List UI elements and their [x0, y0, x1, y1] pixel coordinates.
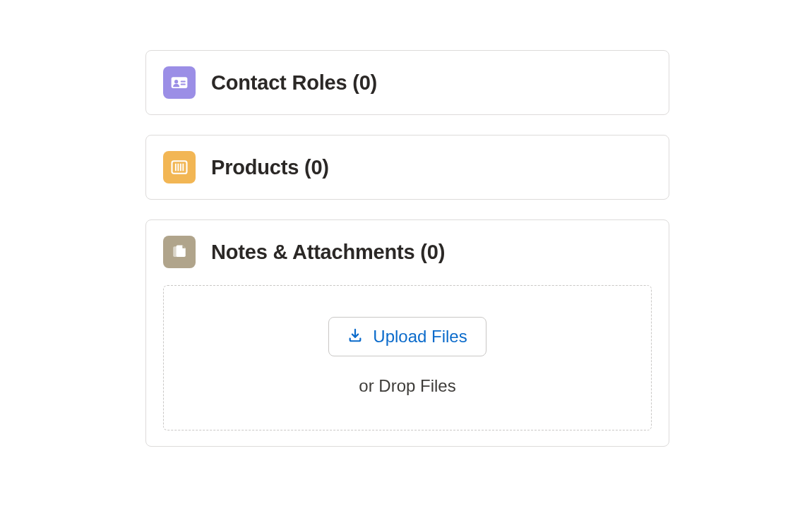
- svg-rect-2: [181, 80, 186, 82]
- barcode-icon: [163, 151, 196, 183]
- svg-rect-4: [172, 161, 187, 174]
- products-panel[interactable]: Products (0): [145, 135, 669, 200]
- notes-attachments-panel: Notes & Attachments (0) Upload Files or …: [145, 219, 669, 447]
- notes-attachments-header[interactable]: Notes & Attachments (0): [163, 236, 652, 268]
- svg-point-1: [174, 80, 178, 83]
- documents-icon: [163, 236, 196, 268]
- products-header: Products (0): [163, 151, 652, 183]
- contact-card-icon: [163, 66, 196, 99]
- contact-roles-panel[interactable]: Contact Roles (0): [145, 50, 669, 115]
- contact-roles-header: Contact Roles (0): [163, 66, 652, 99]
- svg-rect-6: [177, 164, 179, 171]
- svg-rect-3: [181, 83, 186, 85]
- related-lists: Contact Roles (0) Products (0): [145, 50, 669, 466]
- upload-files-button[interactable]: Upload Files: [328, 317, 486, 356]
- drop-files-label: or Drop Files: [359, 376, 455, 396]
- upload-files-label: Upload Files: [373, 328, 467, 345]
- svg-rect-5: [175, 164, 177, 171]
- svg-rect-8: [182, 164, 184, 171]
- contact-roles-title: Contact Roles (0): [211, 71, 377, 95]
- upload-icon: [347, 327, 363, 346]
- products-title: Products (0): [211, 156, 329, 179]
- notes-attachments-title: Notes & Attachments (0): [211, 241, 445, 264]
- file-dropzone[interactable]: Upload Files or Drop Files: [163, 285, 652, 430]
- svg-rect-7: [180, 164, 181, 171]
